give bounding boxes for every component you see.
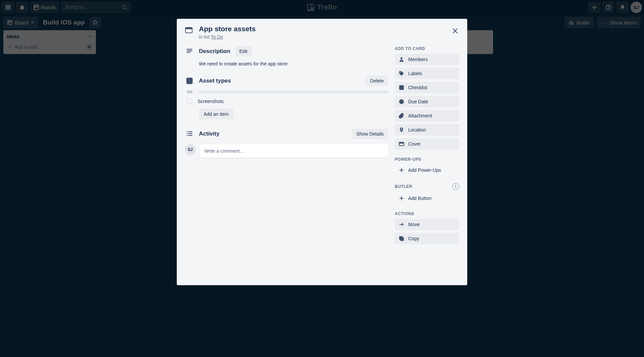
members-button[interactable]: Members <box>395 54 459 65</box>
plus-icon <box>399 196 404 201</box>
svg-rect-49 <box>400 238 404 241</box>
activity-section: Activity Show Details SJ Write a comment… <box>199 129 388 158</box>
svg-rect-35 <box>187 132 188 132</box>
move-button[interactable]: Move <box>395 219 459 230</box>
checklist-button[interactable]: Checklist <box>395 82 459 93</box>
checklist-title[interactable]: Asset types <box>199 78 231 84</box>
powerups-heading: POWER-UPS <box>395 157 459 162</box>
delete-checklist-button[interactable]: Delete <box>366 76 388 86</box>
add-to-card-heading: ADD TO CARD <box>395 46 459 51</box>
attachment-button[interactable]: Attachment <box>395 110 459 121</box>
close-icon <box>452 28 459 34</box>
svg-point-41 <box>400 57 402 59</box>
close-button[interactable] <box>449 25 461 37</box>
description-icon <box>185 48 194 55</box>
cover-icon <box>399 141 404 147</box>
svg-rect-30 <box>185 28 192 29</box>
comment-avatar[interactable]: SJ <box>185 144 196 155</box>
svg-rect-39 <box>187 135 188 136</box>
checkbox[interactable] <box>187 99 192 104</box>
location-button[interactable]: Location <box>395 124 459 136</box>
plus-icon <box>399 167 404 173</box>
svg-rect-36 <box>188 132 192 132</box>
svg-rect-32 <box>187 50 193 51</box>
attachment-icon <box>399 113 404 118</box>
labels-icon <box>399 71 404 76</box>
butler-heading: BUTLER i <box>395 183 459 190</box>
checklist-icon <box>399 85 404 90</box>
svg-point-45 <box>401 129 402 130</box>
move-icon <box>399 222 404 227</box>
svg-rect-40 <box>188 135 192 136</box>
description-section: Description Edit We need to create asset… <box>199 46 388 66</box>
add-checklist-item-button[interactable]: Add an item <box>199 109 233 119</box>
progress-percent: 0% <box>185 90 195 94</box>
add-item-label: Add an item <box>204 111 229 117</box>
card-icon <box>185 26 193 36</box>
activity-heading: Activity <box>199 131 219 137</box>
svg-rect-38 <box>188 133 192 134</box>
add-button-button[interactable]: Add Button <box>395 193 459 204</box>
modal-overlay[interactable]: App store assets in list To Do Descripti… <box>0 0 644 357</box>
description-text[interactable]: We need to create assets for the app sto… <box>199 61 388 66</box>
svg-rect-31 <box>187 49 193 50</box>
description-heading: Description <box>199 48 230 55</box>
clock-icon <box>399 99 404 104</box>
cover-button[interactable]: Cover <box>395 138 459 150</box>
labels-button[interactable]: Labels <box>395 68 459 79</box>
progress-bar <box>199 91 388 93</box>
card-sidebar: ADD TO CARD Members Labels Checklist Due… <box>395 46 459 252</box>
add-powerups-button[interactable]: Add Power-Ups <box>395 164 459 176</box>
checklist-item[interactable]: Screenshots <box>185 99 388 104</box>
show-details-button[interactable]: Show Details <box>352 129 388 139</box>
actions-heading: ACTIONS <box>395 211 459 216</box>
card-detail-modal: App store assets in list To Do Descripti… <box>177 19 467 285</box>
checklist-icon <box>185 77 194 85</box>
activity-icon <box>185 130 194 138</box>
svg-point-42 <box>400 72 400 72</box>
svg-rect-37 <box>187 133 188 134</box>
location-icon <box>399 127 404 133</box>
card-list-location: in list To Do <box>199 34 256 40</box>
svg-rect-47 <box>399 142 404 144</box>
comment-input[interactable]: Write a comment... <box>200 144 388 158</box>
members-icon <box>399 57 404 62</box>
card-title[interactable]: App store assets <box>199 25 256 33</box>
checklist-item-label: Screenshots <box>198 99 224 104</box>
edit-description-button[interactable]: Edit <box>235 46 252 56</box>
copy-icon <box>399 236 404 241</box>
list-link[interactable]: To Do <box>211 34 223 40</box>
checklist-section: Asset types Delete 0% Screenshots Add an… <box>199 76 388 119</box>
due-date-button[interactable]: Due Date <box>395 96 459 107</box>
svg-rect-33 <box>187 52 191 53</box>
info-icon[interactable]: i <box>452 183 459 190</box>
copy-button[interactable]: Copy <box>395 233 459 244</box>
